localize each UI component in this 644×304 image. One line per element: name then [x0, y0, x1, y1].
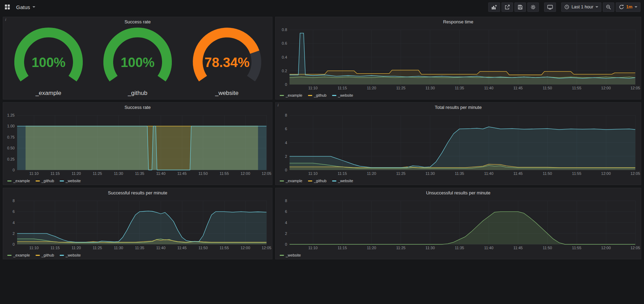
panel-header[interactable]: Total results per minute: [276, 103, 641, 112]
panel-title[interactable]: Success rate: [124, 105, 151, 110]
svg-text:11:45: 11:45: [177, 246, 187, 250]
svg-text:11:25: 11:25: [396, 86, 405, 90]
svg-text:11:25: 11:25: [93, 246, 102, 250]
successful-results-chart[interactable]: 11:1011:1511:2011:2511:3011:3511:4011:45…: [3, 197, 272, 251]
svg-text:12:00: 12:00: [601, 86, 611, 90]
legend-item-example[interactable]: _example: [280, 179, 302, 183]
add-panel-button[interactable]: [488, 2, 500, 12]
svg-text:11:35: 11:35: [455, 86, 464, 90]
svg-text:1.00: 1.00: [7, 124, 15, 128]
gauge-example: 100% _example: [5, 26, 93, 97]
legend-item-website[interactable]: _website: [332, 179, 353, 183]
add-panel-icon: [491, 5, 497, 10]
legend-item-github[interactable]: _github: [308, 179, 327, 183]
legend-series-name: _website: [338, 179, 353, 183]
panel-unsuccessful-results: Unsuccessful results per minute 11:1011:…: [275, 188, 641, 259]
total-results-chart[interactable]: 11:1011:1511:2011:2511:3011:3511:4011:45…: [276, 112, 641, 177]
legend-item-website[interactable]: _website: [280, 253, 301, 257]
legend-item-website[interactable]: _website: [332, 93, 353, 97]
gear-icon: [530, 5, 536, 10]
svg-text:0: 0: [285, 168, 287, 172]
svg-text:2: 2: [285, 231, 287, 236]
legend-color-marker: [280, 180, 284, 181]
svg-text:11:30: 11:30: [114, 171, 123, 176]
svg-text:11:55: 11:55: [572, 171, 581, 176]
settings-button[interactable]: [527, 2, 539, 12]
response-time-chart[interactable]: 11:1011:1511:2011:2511:3011:3511:4011:45…: [276, 26, 641, 91]
panel-title[interactable]: Success rate: [124, 19, 151, 24]
gauge-label: _example: [36, 90, 61, 97]
svg-text:100%: 100%: [120, 55, 154, 70]
legend-item-website[interactable]: _website: [60, 253, 81, 257]
legend-series-name: _github: [314, 93, 327, 97]
panel-successful-results: Successful results per minute 11:1011:15…: [3, 188, 272, 259]
legend-item-github[interactable]: _github: [36, 179, 54, 183]
svg-text:4: 4: [13, 221, 15, 225]
panel-header[interactable]: Response time: [276, 17, 641, 26]
legend-color-marker: [60, 255, 64, 256]
svg-text:12:00: 12:00: [601, 246, 611, 250]
legend-item-github[interactable]: _github: [36, 253, 54, 257]
chart-legend: _website: [276, 251, 641, 259]
legend-color-marker: [7, 180, 12, 181]
legend-color-marker: [280, 255, 284, 256]
legend-item-website[interactable]: _website: [60, 179, 81, 183]
legend-item-example[interactable]: _example: [280, 93, 302, 97]
nav-left: Gatus: [3, 3, 37, 12]
legend-color-marker: [7, 255, 12, 256]
panel-title[interactable]: Unsuccessful results per minute: [426, 190, 490, 195]
svg-text:11:15: 11:15: [51, 246, 60, 250]
chart-legend: _example_github_website: [3, 177, 272, 185]
gauge-website: 78.34% _website: [183, 26, 271, 97]
chart-legend: _example_github_website: [276, 177, 641, 185]
panel-total-results: i Total results per minute 11:1011:1511:…: [275, 102, 641, 185]
svg-text:11:25: 11:25: [396, 246, 405, 250]
panel-response-time: Response time 11:1011:1511:2011:2511:301…: [275, 17, 641, 99]
refresh-icon: [619, 5, 624, 10]
svg-text:11:15: 11:15: [338, 246, 347, 250]
timeseries-svg: 11:1011:1511:2011:2511:3011:3511:4011:45…: [276, 197, 641, 251]
dashboard-picker-button[interactable]: [3, 3, 11, 11]
panel-header[interactable]: Successful results per minute: [3, 188, 272, 197]
svg-text:12:00: 12:00: [241, 171, 250, 176]
success-rate-chart[interactable]: 11:1011:1511:2011:2511:3011:3511:4011:45…: [3, 112, 272, 177]
panel-title[interactable]: Total results per minute: [435, 105, 482, 110]
legend-color-marker: [308, 95, 312, 96]
save-button[interactable]: [514, 2, 526, 12]
refresh-button[interactable]: 1m: [616, 2, 641, 12]
panel-header[interactable]: Success rate: [3, 103, 272, 112]
unsuccessful-results-chart[interactable]: 11:1011:1511:2011:2511:3011:3511:4011:45…: [276, 197, 641, 251]
legend-item-example[interactable]: _example: [7, 179, 30, 183]
legend-item-github[interactable]: _github: [308, 93, 327, 97]
svg-text:11:30: 11:30: [425, 171, 435, 176]
svg-text:11:50: 11:50: [543, 86, 552, 90]
svg-text:11:15: 11:15: [51, 171, 60, 176]
legend-series-name: _example: [286, 93, 302, 97]
info-icon[interactable]: i: [278, 103, 278, 107]
svg-text:0.4: 0.4: [282, 55, 287, 59]
panel-header[interactable]: Unsuccessful results per minute: [276, 188, 641, 197]
legend-color-marker: [332, 180, 336, 181]
legend-item-example[interactable]: _example: [7, 253, 30, 257]
cycle-view-button[interactable]: [544, 2, 556, 12]
svg-text:11:45: 11:45: [513, 246, 523, 250]
svg-text:12:05: 12:05: [630, 171, 640, 176]
panel-header[interactable]: Success rate: [3, 17, 272, 26]
panel-title[interactable]: Response time: [443, 19, 474, 24]
panel-success-rate-gauges: i Success rate 100% _example 100% _githu…: [3, 17, 272, 99]
share-button[interactable]: [502, 2, 513, 12]
svg-text:6: 6: [285, 127, 287, 131]
svg-text:12:00: 12:00: [241, 246, 250, 250]
dashboard-title-dropdown[interactable]: Gatus: [15, 3, 37, 12]
caret-down-icon: [595, 6, 598, 8]
svg-text:1.25: 1.25: [7, 113, 15, 117]
svg-text:0.2: 0.2: [282, 69, 287, 73]
info-icon[interactable]: i: [5, 17, 6, 22]
svg-text:12:05: 12:05: [262, 246, 271, 250]
legend-color-marker: [280, 95, 284, 96]
time-range-button[interactable]: Last 1 hour: [561, 2, 601, 12]
zoom-out-button[interactable]: [603, 2, 614, 12]
timeseries-svg: 11:1011:1511:2011:2511:3011:3511:4011:45…: [276, 26, 641, 91]
legend-color-marker: [60, 180, 64, 181]
panel-title[interactable]: Successful results per minute: [108, 190, 167, 195]
